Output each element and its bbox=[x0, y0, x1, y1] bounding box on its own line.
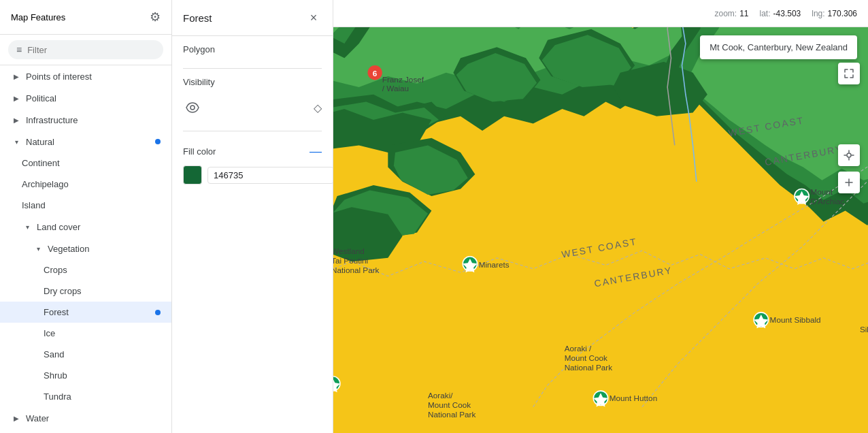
filter-icon: ≡ bbox=[16, 44, 22, 55]
sidebar-item-points-of-interest[interactable]: ▶ Points of interest bbox=[0, 65, 171, 87]
active-dot bbox=[155, 310, 161, 315]
nav-items: ▶ Points of interest ▶ Political ▶ Infra… bbox=[0, 65, 171, 433]
poi-label-mount-darchiac: Mount bbox=[810, 187, 833, 196]
sidebar: Map Features ⚙ ≡ ▶ Points of interest ▶ … bbox=[0, 0, 172, 433]
sidebar-item-crops[interactable]: Crops bbox=[0, 259, 171, 280]
feature-panel: Forest × Polygon Visibility ◇ Fill color… bbox=[172, 0, 333, 433]
sidebar-item-label: Natural bbox=[26, 137, 54, 147]
lng-label: lng: bbox=[812, 9, 824, 18]
sidebar-item-water[interactable]: ▶ Water bbox=[0, 407, 171, 429]
panel-header: Forest × bbox=[172, 0, 333, 36]
fill-color-header-row: Fill color — bbox=[183, 140, 322, 163]
sidebar-item-label: Sand bbox=[44, 349, 64, 359]
location-tooltip: Mt Cook, Canterbury, New Zealand bbox=[700, 35, 857, 59]
poi-label-aoraki-2: Mount Cook bbox=[565, 353, 607, 362]
visibility-section: Visibility ◇ bbox=[172, 69, 333, 131]
zoom-in-button[interactable] bbox=[838, 172, 860, 193]
poi-label-westland-3: National Park bbox=[333, 266, 380, 274]
map-controls bbox=[838, 63, 860, 193]
poi-label-aoraki-6: National Park bbox=[428, 410, 475, 419]
diamond-icon[interactable]: ◇ bbox=[314, 101, 322, 114]
polygon-section: Polygon bbox=[172, 36, 333, 68]
visibility-eye-button[interactable] bbox=[183, 98, 202, 117]
sidebar-item-label: Shrub bbox=[44, 370, 67, 381]
poi-label-aoraki-5: Mount Cook bbox=[428, 400, 471, 409]
sidebar-item-label: Points of interest bbox=[26, 71, 92, 82]
sidebar-item-label: Infrastructure bbox=[26, 115, 78, 125]
sidebar-item-label: Island bbox=[22, 200, 46, 210]
sidebar-item-label: Dry crops bbox=[44, 286, 82, 296]
sidebar-item-label: Forest bbox=[44, 307, 69, 317]
poi-label-sibbald: Sibbald bbox=[860, 325, 868, 334]
map-coords: zoom: 11 lat: -43.503 lng: 170.306 bbox=[714, 9, 857, 18]
color-swatch[interactable] bbox=[183, 165, 202, 185]
gear-icon[interactable]: ⚙ bbox=[150, 10, 161, 25]
color-minus-button[interactable]: — bbox=[310, 145, 322, 157]
visibility-row: ◇ bbox=[183, 93, 322, 123]
sidebar-item-political[interactable]: ▶ Political bbox=[0, 87, 171, 109]
lng-value: 170.306 bbox=[828, 9, 857, 18]
sidebar-item-dry-crops[interactable]: Dry crops bbox=[0, 280, 171, 302]
locate-button[interactable] bbox=[838, 144, 860, 166]
sidebar-item-island[interactable]: Island bbox=[0, 195, 171, 216]
sidebar-item-natural[interactable]: ▾ Natural bbox=[0, 131, 171, 153]
polygon-label: Polygon bbox=[183, 44, 322, 54]
poi-label-aoraki-1: Aoraki / bbox=[565, 344, 592, 353]
sidebar-item-shrub[interactable]: Shrub bbox=[0, 365, 171, 386]
sidebar-item-archipelago[interactable]: Archipelago bbox=[0, 174, 171, 195]
sidebar-item-label: Political bbox=[26, 93, 56, 103]
active-dot bbox=[155, 139, 161, 144]
chevron-down-icon: ▾ bbox=[11, 136, 22, 147]
map-header: zoom: 11 lat: -43.503 lng: 170.306 bbox=[333, 0, 868, 27]
poi-label-mount-hutton: Mount Hutton bbox=[610, 394, 657, 402]
zoom-value: 11 bbox=[739, 9, 748, 18]
sidebar-header: Map Features ⚙ bbox=[0, 0, 171, 35]
fill-color-label: Fill color bbox=[183, 146, 216, 157]
sidebar-item-label: Vegetation bbox=[48, 244, 89, 254]
poi-label-franz-josef: Franz Josef bbox=[382, 75, 424, 84]
svg-point-0 bbox=[190, 106, 195, 110]
chevron-down-icon: ▾ bbox=[22, 221, 33, 232]
poi-label-westland-2: Tai Poutini bbox=[333, 256, 368, 265]
hex-input[interactable] bbox=[207, 167, 333, 184]
sidebar-item-label: Continent bbox=[22, 158, 60, 168]
sidebar-item-vegetation[interactable]: ▾ Vegetation bbox=[0, 238, 171, 259]
location-tooltip-text: Mt Cook, Canterbury, New Zealand bbox=[710, 42, 848, 52]
sidebar-title: Map Features bbox=[11, 12, 65, 22]
sidebar-item-label: Land cover bbox=[37, 222, 80, 232]
chevron-down-icon: ▾ bbox=[33, 243, 44, 254]
zoom-coord: zoom: 11 bbox=[714, 9, 748, 18]
sidebar-item-background[interactable]: Background bbox=[0, 429, 171, 433]
sidebar-item-forest[interactable]: Forest bbox=[0, 302, 171, 323]
color-input-row: ◇ bbox=[183, 165, 322, 185]
lat-coord: lat: -43.503 bbox=[760, 9, 801, 18]
map-svg[interactable]: WEST COAST CANTERBURY WEST COAST CANTERB… bbox=[333, 0, 868, 433]
sidebar-item-label: Crops bbox=[44, 265, 67, 275]
fullscreen-button[interactable] bbox=[838, 63, 860, 84]
chevron-right-icon: ▶ bbox=[11, 114, 22, 125]
sidebar-item-sand[interactable]: Sand bbox=[0, 344, 171, 365]
sidebar-item-label: Water bbox=[26, 413, 49, 423]
poi-label-minarets: Minarets bbox=[479, 260, 510, 269]
close-button[interactable]: × bbox=[305, 10, 322, 26]
chevron-right-icon: ▶ bbox=[11, 93, 22, 103]
sidebar-item-label: Ice bbox=[44, 328, 55, 338]
svg-point-14 bbox=[847, 153, 851, 157]
poi-label-aoraki-4: Aoraki/ bbox=[428, 391, 453, 400]
sidebar-item-ice[interactable]: Ice bbox=[0, 323, 171, 344]
chevron-right-icon: ▶ bbox=[11, 71, 22, 82]
poi-label-mount-sibbald: Mount Sibbald bbox=[770, 315, 821, 324]
sidebar-item-continent[interactable]: Continent bbox=[0, 153, 171, 174]
poi-label-aoraki-3: National Park bbox=[565, 363, 612, 372]
fill-color-section: Fill color — ◇ bbox=[172, 131, 333, 193]
sidebar-item-label: Tundra bbox=[44, 391, 71, 402]
filter-container: ≡ bbox=[0, 35, 171, 65]
poi-badge-number: 6 bbox=[373, 69, 378, 78]
sidebar-item-land-cover[interactable]: ▾ Land cover bbox=[0, 216, 171, 238]
filter-input[interactable] bbox=[27, 45, 155, 55]
zoom-label: zoom: bbox=[714, 9, 737, 18]
sidebar-item-infrastructure[interactable]: ▶ Infrastructure bbox=[0, 109, 171, 131]
sidebar-item-tundra[interactable]: Tundra bbox=[0, 386, 171, 407]
visibility-label: Visibility bbox=[183, 77, 322, 87]
poi-label-franz-josef-2: / Waiau bbox=[382, 84, 409, 93]
